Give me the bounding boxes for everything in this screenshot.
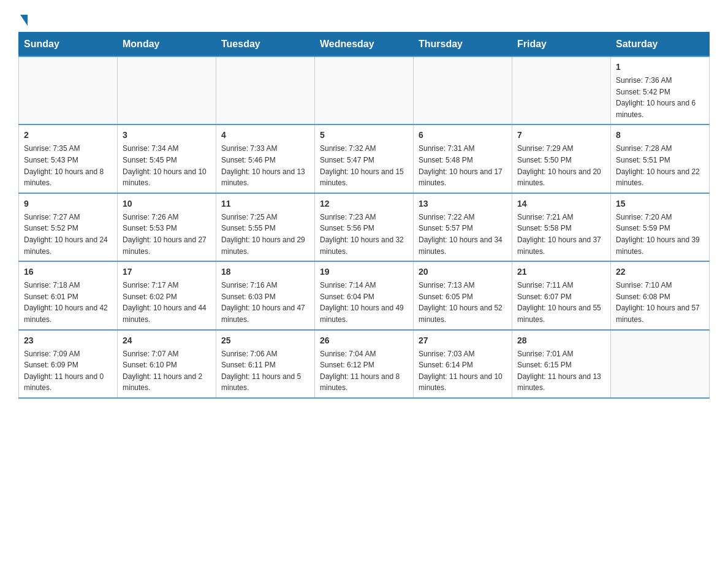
day-number: 2	[24, 129, 112, 142]
calendar-cell	[118, 56, 216, 124]
day-number: 15	[616, 197, 704, 210]
calendar-cell: 1Sunrise: 7:36 AMSunset: 5:42 PMDaylight…	[611, 56, 710, 124]
day-info: Sunrise: 7:16 AMSunset: 6:03 PMDaylight:…	[221, 280, 309, 325]
day-number: 26	[320, 334, 408, 347]
day-info: Sunrise: 7:33 AMSunset: 5:46 PMDaylight:…	[221, 143, 309, 188]
calendar-cell	[611, 330, 710, 398]
calendar-cell: 10Sunrise: 7:26 AMSunset: 5:53 PMDayligh…	[118, 193, 216, 261]
day-number: 27	[419, 334, 507, 347]
day-number: 6	[419, 129, 507, 142]
day-info: Sunrise: 7:32 AMSunset: 5:47 PMDaylight:…	[320, 143, 408, 188]
day-info: Sunrise: 7:34 AMSunset: 5:45 PMDaylight:…	[123, 143, 211, 188]
day-info: Sunrise: 7:04 AMSunset: 6:12 PMDaylight:…	[320, 348, 408, 394]
day-info: Sunrise: 7:10 AMSunset: 6:08 PMDaylight:…	[616, 280, 704, 325]
day-number: 21	[517, 266, 605, 278]
calendar-cell: 11Sunrise: 7:25 AMSunset: 5:55 PMDayligh…	[216, 193, 315, 261]
calendar-cell	[414, 56, 512, 124]
calendar-week-row: 23Sunrise: 7:09 AMSunset: 6:09 PMDayligh…	[19, 330, 710, 398]
day-number: 7	[517, 129, 605, 142]
day-info: Sunrise: 7:21 AMSunset: 5:58 PMDaylight:…	[517, 212, 605, 257]
day-number: 22	[616, 266, 704, 278]
calendar-day-header: Tuesday	[216, 33, 315, 57]
calendar-cell: 23Sunrise: 7:09 AMSunset: 6:09 PMDayligh…	[19, 330, 118, 398]
calendar-cell: 14Sunrise: 7:21 AMSunset: 5:58 PMDayligh…	[512, 193, 611, 261]
day-number: 23	[24, 334, 112, 347]
day-info: Sunrise: 7:17 AMSunset: 6:02 PMDaylight:…	[123, 280, 211, 325]
calendar-cell: 9Sunrise: 7:27 AMSunset: 5:52 PMDaylight…	[19, 193, 118, 261]
calendar-cell: 8Sunrise: 7:28 AMSunset: 5:51 PMDaylight…	[611, 124, 710, 193]
day-info: Sunrise: 7:06 AMSunset: 6:11 PMDaylight:…	[221, 348, 309, 394]
calendar-table: SundayMondayTuesdayWednesdayThursdayFrid…	[18, 32, 710, 399]
day-info: Sunrise: 7:27 AMSunset: 5:52 PMDaylight:…	[24, 212, 112, 257]
day-info: Sunrise: 7:22 AMSunset: 5:57 PMDaylight:…	[419, 212, 507, 257]
day-info: Sunrise: 7:20 AMSunset: 5:59 PMDaylight:…	[616, 212, 704, 257]
calendar-cell: 6Sunrise: 7:31 AMSunset: 5:48 PMDaylight…	[414, 124, 512, 193]
day-info: Sunrise: 7:35 AMSunset: 5:43 PMDaylight:…	[24, 143, 112, 188]
calendar-cell: 20Sunrise: 7:13 AMSunset: 6:05 PMDayligh…	[414, 261, 512, 329]
day-number: 18	[221, 266, 309, 278]
calendar-cell: 27Sunrise: 7:03 AMSunset: 6:14 PMDayligh…	[414, 330, 512, 398]
day-info: Sunrise: 7:14 AMSunset: 6:04 PMDaylight:…	[320, 280, 408, 325]
calendar-cell: 28Sunrise: 7:01 AMSunset: 6:15 PMDayligh…	[512, 330, 611, 398]
day-number: 24	[123, 334, 211, 347]
calendar-day-header: Monday	[118, 33, 216, 57]
calendar-day-header: Wednesday	[315, 33, 414, 57]
calendar-cell: 5Sunrise: 7:32 AMSunset: 5:47 PMDaylight…	[315, 124, 414, 193]
calendar-cell	[315, 56, 414, 124]
day-info: Sunrise: 7:36 AMSunset: 5:42 PMDaylight:…	[616, 75, 704, 120]
calendar-week-row: 9Sunrise: 7:27 AMSunset: 5:52 PMDaylight…	[19, 193, 710, 261]
calendar-cell: 7Sunrise: 7:29 AMSunset: 5:50 PMDaylight…	[512, 124, 611, 193]
calendar-cell: 3Sunrise: 7:34 AMSunset: 5:45 PMDaylight…	[118, 124, 216, 193]
day-number: 9	[24, 197, 112, 210]
calendar-cell: 12Sunrise: 7:23 AMSunset: 5:56 PMDayligh…	[315, 193, 414, 261]
day-number: 25	[221, 334, 309, 347]
day-info: Sunrise: 7:13 AMSunset: 6:05 PMDaylight:…	[419, 280, 507, 325]
calendar-cell	[216, 56, 315, 124]
day-number: 13	[419, 197, 507, 210]
calendar-week-row: 2Sunrise: 7:35 AMSunset: 5:43 PMDaylight…	[19, 124, 710, 193]
day-info: Sunrise: 7:18 AMSunset: 6:01 PMDaylight:…	[24, 280, 112, 325]
calendar-cell: 19Sunrise: 7:14 AMSunset: 6:04 PMDayligh…	[315, 261, 414, 329]
day-number: 12	[320, 197, 408, 210]
calendar-cell: 4Sunrise: 7:33 AMSunset: 5:46 PMDaylight…	[216, 124, 315, 193]
day-info: Sunrise: 7:07 AMSunset: 6:10 PMDaylight:…	[123, 348, 211, 394]
day-info: Sunrise: 7:25 AMSunset: 5:55 PMDaylight:…	[221, 212, 309, 257]
day-info: Sunrise: 7:31 AMSunset: 5:48 PMDaylight:…	[419, 143, 507, 188]
day-number: 17	[123, 266, 211, 278]
day-number: 10	[123, 197, 211, 210]
day-info: Sunrise: 7:03 AMSunset: 6:14 PMDaylight:…	[419, 348, 507, 394]
calendar-cell: 22Sunrise: 7:10 AMSunset: 6:08 PMDayligh…	[611, 261, 710, 329]
day-number: 4	[221, 129, 309, 142]
calendar-header-row: SundayMondayTuesdayWednesdayThursdayFrid…	[19, 33, 710, 57]
calendar-cell: 15Sunrise: 7:20 AMSunset: 5:59 PMDayligh…	[611, 193, 710, 261]
day-number: 11	[221, 197, 309, 210]
day-number: 1	[616, 61, 704, 74]
calendar-cell: 18Sunrise: 7:16 AMSunset: 6:03 PMDayligh…	[216, 261, 315, 329]
logo-arrow-icon	[20, 15, 28, 26]
day-info: Sunrise: 7:23 AMSunset: 5:56 PMDaylight:…	[320, 212, 408, 257]
calendar-cell: 21Sunrise: 7:11 AMSunset: 6:07 PMDayligh…	[512, 261, 611, 329]
day-info: Sunrise: 7:29 AMSunset: 5:50 PMDaylight:…	[517, 143, 605, 188]
day-number: 8	[616, 129, 704, 142]
calendar-cell: 17Sunrise: 7:17 AMSunset: 6:02 PMDayligh…	[118, 261, 216, 329]
day-number: 16	[24, 266, 112, 278]
day-info: Sunrise: 7:11 AMSunset: 6:07 PMDaylight:…	[517, 280, 605, 325]
calendar-cell	[19, 56, 118, 124]
calendar-cell: 24Sunrise: 7:07 AMSunset: 6:10 PMDayligh…	[118, 330, 216, 398]
day-info: Sunrise: 7:01 AMSunset: 6:15 PMDaylight:…	[517, 348, 605, 394]
page-header	[18, 12, 710, 26]
calendar-cell: 16Sunrise: 7:18 AMSunset: 6:01 PMDayligh…	[19, 261, 118, 329]
logo	[18, 12, 28, 26]
calendar-cell	[512, 56, 611, 124]
calendar-day-header: Sunday	[19, 33, 118, 57]
day-number: 5	[320, 129, 408, 142]
calendar-day-header: Saturday	[611, 33, 710, 57]
calendar-cell: 25Sunrise: 7:06 AMSunset: 6:11 PMDayligh…	[216, 330, 315, 398]
day-number: 14	[517, 197, 605, 210]
calendar-day-header: Friday	[512, 33, 611, 57]
calendar-cell: 13Sunrise: 7:22 AMSunset: 5:57 PMDayligh…	[414, 193, 512, 261]
calendar-day-header: Thursday	[414, 33, 512, 57]
day-number: 20	[419, 266, 507, 278]
day-info: Sunrise: 7:28 AMSunset: 5:51 PMDaylight:…	[616, 143, 704, 188]
day-info: Sunrise: 7:09 AMSunset: 6:09 PMDaylight:…	[24, 348, 112, 394]
